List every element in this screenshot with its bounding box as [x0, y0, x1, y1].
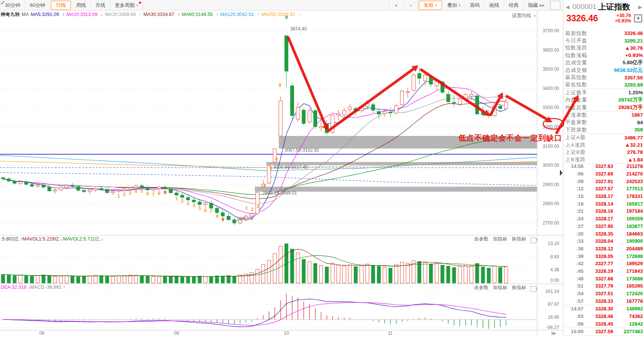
- indicator-name: 神奇九转: [1, 12, 20, 17]
- svg-text:5: 5: [141, 188, 143, 194]
- tick-price: 3327.77: [584, 261, 613, 266]
- period-button-日线[interactable]: 日线: [51, 1, 71, 10]
- tick-row[interactable]: 14:563327.63211278: [563, 163, 644, 170]
- stat-label: 今日开盘: [565, 37, 624, 44]
- indicator-value: DEA:32.318: [1, 285, 26, 290]
- volume-action-换指标[interactable]: 换指标: [512, 236, 526, 242]
- tick-row[interactable]: 14:573328.30148992: [563, 305, 644, 313]
- tick-row[interactable]: :093327.91242533: [563, 177, 644, 185]
- tick-list[interactable]: 14:563327.63211278:063327.69214270:09332…: [563, 163, 644, 337]
- stat-value: ▲30.76: [625, 45, 643, 51]
- tick-time: :24: [565, 216, 584, 222]
- tick-row[interactable]: :333328.04195900: [563, 237, 644, 245]
- tick-row[interactable]: :483327.68173686: [563, 275, 644, 282]
- tick-row[interactable]: :273327.95183877: [563, 223, 644, 230]
- stat-value: ▲1.84: [628, 157, 643, 163]
- ma-settings-button[interactable]: 设置均线 ▾: [501, 13, 536, 19]
- svg-text:3000.96-3017.45: 3000.96-3017.45: [273, 165, 308, 170]
- tick-row[interactable]: :213328.16197184: [563, 207, 644, 215]
- tick-price: 3328.16: [584, 208, 613, 214]
- tick-row[interactable]: :243328.17169359: [563, 215, 644, 223]
- tick-row[interactable]: :063327.69214270: [563, 170, 644, 178]
- add-to-watchlist-button[interactable]: ＋: [634, 14, 642, 22]
- tick-price: 3327.95: [584, 223, 613, 229]
- svg-text:4: 4: [135, 189, 137, 194]
- period-button-label: 周线: [76, 2, 86, 9]
- tick-time: :39: [565, 253, 584, 259]
- tool-button-－[interactable]: －: [404, 0, 418, 10]
- prev-stock-button[interactable]: ◀: [565, 4, 570, 10]
- tick-row[interactable]: :573328.33167778: [563, 297, 644, 305]
- tick-price: 3327.51: [584, 291, 613, 296]
- tick-row[interactable]: :183328.14165817: [563, 200, 644, 207]
- tick-row[interactable]: :303328.35184663: [563, 230, 644, 237]
- tool-button-经典[interactable]: 经典: [504, 0, 523, 10]
- stat-row: 上证换手1.25%: [563, 89, 644, 96]
- period-button-更多周期[interactable]: 更多周期▾: [110, 0, 143, 10]
- macd-pane-actions: 改参数加指标换指标×: [426, 285, 536, 292]
- indicator-value: MACD:-36.861: [30, 285, 62, 290]
- svg-text:11: 11: [388, 331, 393, 336]
- stat-row: 最新指数3326.46: [563, 30, 644, 37]
- up-arrow-icon: ↑: [297, 12, 301, 17]
- tick-row[interactable]: :363328.12204489: [563, 245, 644, 253]
- tick-volume: 178331: [613, 193, 643, 199]
- macd-action-换指标[interactable]: 换指标: [512, 285, 526, 290]
- tick-row[interactable]: :393328.05172698: [563, 252, 644, 260]
- close-icon: ×: [536, 286, 538, 291]
- period-button-60分钟[interactable]: 60分钟: [25, 0, 50, 10]
- svg-text:-56.27: -56.27: [546, 325, 559, 330]
- tick-time: :09: [565, 179, 584, 184]
- macd-action-改参数[interactable]: 改参数: [474, 285, 489, 290]
- stat-value: 84: [637, 120, 643, 125]
- down-arrow-icon: ↓: [59, 236, 63, 242]
- period-button-周线[interactable]: 周线: [72, 0, 91, 10]
- tool-button-复权[interactable]: 复权▾: [419, 1, 442, 10]
- svg-text:10: 10: [284, 331, 289, 336]
- tick-row[interactable]: 3328.072146775: [563, 335, 644, 337]
- stat-row: 指数涨幅+0.93%: [563, 52, 644, 59]
- tick-row[interactable]: :543327.51172420: [563, 290, 644, 297]
- tick-row[interactable]: :153328.17178331: [563, 193, 644, 200]
- period-button-月线[interactable]: 月线: [91, 0, 110, 10]
- tick-row[interactable]: :063328.4512842: [563, 320, 644, 328]
- tick-volume: 197184: [613, 208, 643, 214]
- stat-label: 指数涨幅: [565, 52, 625, 59]
- tool-button-筹码[interactable]: 筹码: [465, 0, 485, 10]
- volume-close-button[interactable]: ×: [531, 237, 536, 243]
- tick-time: :48: [565, 276, 584, 282]
- indicator-value: :5.802亿: [1, 236, 19, 242]
- indicator-value: MA5:3291.09: [31, 12, 59, 17]
- tick-time: :45: [565, 268, 584, 274]
- tick-row[interactable]: :513327.79165395: [563, 282, 644, 290]
- stat-row: 上证B股276.78: [563, 149, 644, 156]
- fullscreen-button[interactable]: [550, 1, 560, 10]
- tick-volume: 211278: [613, 163, 643, 169]
- indicator-value: MA30:3334.67: [143, 12, 174, 17]
- tool-button-＋[interactable]: ＋: [389, 0, 404, 10]
- tick-row[interactable]: :033328.4674362: [563, 313, 644, 320]
- volume-action-改参数[interactable]: 改参数: [474, 236, 489, 242]
- volume-action-加指标[interactable]: 加指标: [493, 236, 507, 242]
- stat-value: 3326.46: [624, 30, 643, 36]
- stat-value: 6638.52亿元: [614, 67, 643, 74]
- tool-button-画线[interactable]: 画线: [485, 0, 504, 10]
- tick-row[interactable]: :123327.57177013: [563, 185, 644, 193]
- macd-close-button[interactable]: ×: [531, 286, 536, 292]
- tick-volume: 173686: [613, 276, 643, 282]
- svg-text:8: 8: [279, 82, 281, 88]
- macd-action-加指标[interactable]: 加指标: [493, 285, 507, 290]
- tool-button-隐藏[interactable]: 隐藏▶▶: [523, 0, 550, 10]
- period-button-label: 更多周期: [115, 2, 135, 9]
- next-stock-button[interactable]: ▶: [638, 4, 643, 10]
- tick-row[interactable]: 15:003327.592377463: [563, 328, 644, 335]
- up-arrow-icon: ↑: [215, 12, 218, 17]
- tick-row[interactable]: :423327.77189529: [563, 260, 644, 267]
- up-arrow-icon: ↑: [256, 12, 259, 17]
- tick-time: :57: [565, 298, 584, 304]
- up-arrow-icon: ↑: [138, 12, 142, 17]
- tool-button-叠加[interactable]: 叠加▾: [443, 0, 466, 10]
- stat-row: 最低指数3293.69: [563, 81, 644, 89]
- svg-text:3087.53-3152.82: 3087.53-3152.82: [285, 147, 319, 153]
- tick-row[interactable]: :453328.19171843: [563, 267, 644, 275]
